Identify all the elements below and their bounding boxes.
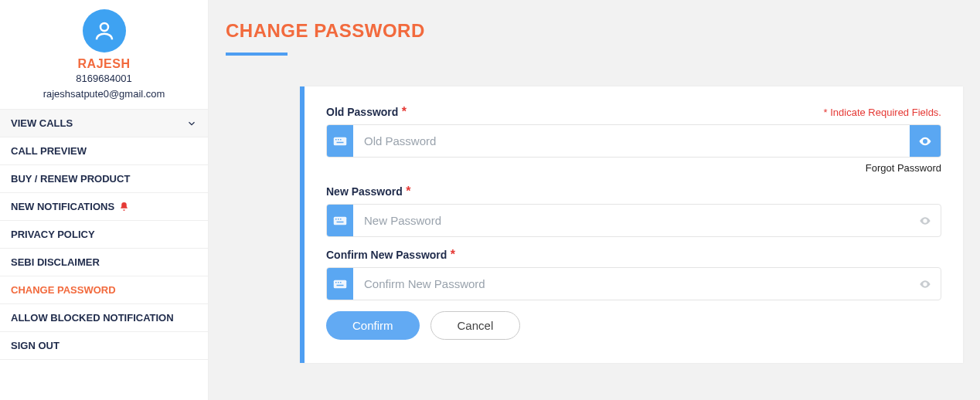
group-confirm-password: Confirm New Password *: [326, 248, 941, 300]
svg-rect-5: [337, 141, 344, 143]
svg-rect-1: [334, 137, 347, 145]
eye-icon: [918, 134, 932, 148]
chevron-down-icon: [186, 118, 197, 129]
keyboard-icon: [327, 268, 353, 300]
required-asterisk: *: [402, 105, 407, 118]
svg-rect-14: [340, 282, 342, 283]
svg-rect-3: [338, 139, 339, 141]
toggle-visibility-confirm[interactable]: [910, 268, 941, 300]
label-new-password: New Password: [326, 185, 403, 198]
label-old-password: Old Password: [326, 106, 398, 118]
svg-point-0: [100, 23, 108, 31]
user-icon: [93, 19, 116, 42]
title-underline: [226, 53, 288, 56]
group-new-password: New Password *: [326, 185, 941, 237]
svg-rect-15: [337, 284, 344, 286]
nav-call-preview[interactable]: CALL PREVIEW: [0, 137, 208, 165]
input-new-password[interactable]: [353, 205, 910, 236]
nav-change-password[interactable]: CHANGE PASSWORD: [0, 276, 208, 304]
field-confirm-password: [326, 267, 941, 300]
field-new-password: [326, 204, 941, 237]
page-title: CHANGE PASSWORD: [226, 20, 963, 42]
change-password-form: Old Password * * Indicate Required Field…: [300, 86, 963, 363]
nav-label: CHANGE PASSWORD: [11, 284, 116, 296]
bell-icon: [119, 202, 129, 212]
svg-rect-4: [340, 139, 342, 141]
svg-rect-9: [340, 219, 342, 220]
required-asterisk: *: [451, 248, 455, 261]
nav-allow-blocked[interactable]: ALLOW BLOCKED NOTIFICATION: [0, 304, 208, 332]
nav-sebi-disclaimer[interactable]: SEBI DISCLAIMER: [0, 249, 208, 276]
required-asterisk: *: [406, 185, 410, 198]
cancel-button[interactable]: Cancel: [430, 311, 521, 340]
label-confirm-password: Confirm New Password: [326, 249, 447, 261]
nav-label: SIGN OUT: [11, 340, 60, 351]
svg-rect-12: [335, 282, 337, 283]
nav-label: NEW NOTIFICATIONS: [11, 201, 114, 212]
nav-view-calls[interactable]: VIEW CALLS: [0, 109, 208, 137]
svg-rect-11: [334, 280, 347, 288]
field-old-password: [326, 124, 941, 158]
nav-label: VIEW CALLS: [11, 117, 73, 129]
avatar: [83, 9, 126, 53]
profile-phone: 8169684001: [6, 71, 202, 86]
toggle-visibility-old[interactable]: [910, 125, 941, 157]
keyboard-icon: [327, 125, 353, 157]
sidebar: RAJESH 8169684001 rajeshsatpute0@gmail.c…: [0, 0, 209, 400]
nav-new-notifications[interactable]: NEW NOTIFICATIONS: [0, 193, 208, 221]
input-confirm-password[interactable]: [353, 268, 910, 300]
nav-label: SEBI DISCLAIMER: [11, 256, 100, 268]
confirm-button[interactable]: Confirm: [326, 311, 420, 340]
profile-block: RAJESH 8169684001 rajeshsatpute0@gmail.c…: [0, 0, 208, 109]
main-content: CHANGE PASSWORD Old Password * * Indicat…: [209, 0, 980, 400]
svg-rect-7: [335, 219, 337, 220]
required-note: * Indicate Required Fields.: [824, 107, 941, 118]
profile-name: RAJESH: [6, 57, 202, 71]
forgot-password-link[interactable]: Forgot Password: [326, 162, 941, 174]
svg-rect-2: [335, 139, 337, 141]
nav-sign-out[interactable]: SIGN OUT: [0, 332, 208, 360]
nav-label: CALL PREVIEW: [11, 145, 87, 157]
nav-buy-renew[interactable]: BUY / RENEW PRODUCT: [0, 165, 208, 193]
svg-rect-8: [338, 219, 339, 220]
svg-rect-6: [334, 216, 347, 225]
nav-privacy-policy[interactable]: PRIVACY POLICY: [0, 221, 208, 249]
nav: VIEW CALLS CALL PREVIEW BUY / RENEW PROD…: [0, 109, 208, 360]
nav-label: PRIVACY POLICY: [11, 229, 95, 240]
toggle-visibility-new[interactable]: [910, 205, 941, 236]
nav-label: ALLOW BLOCKED NOTIFICATION: [11, 312, 174, 324]
input-old-password[interactable]: [353, 125, 910, 157]
group-old-password: Old Password * * Indicate Required Field…: [326, 105, 941, 174]
keyboard-icon: [327, 205, 353, 236]
nav-label: BUY / RENEW PRODUCT: [11, 173, 130, 185]
profile-email: rajeshsatpute0@gmail.com: [6, 86, 202, 102]
eye-icon: [919, 278, 931, 290]
eye-icon: [919, 215, 931, 227]
button-row: Confirm Cancel: [326, 311, 941, 340]
svg-rect-10: [337, 221, 344, 222]
svg-rect-13: [338, 282, 339, 283]
